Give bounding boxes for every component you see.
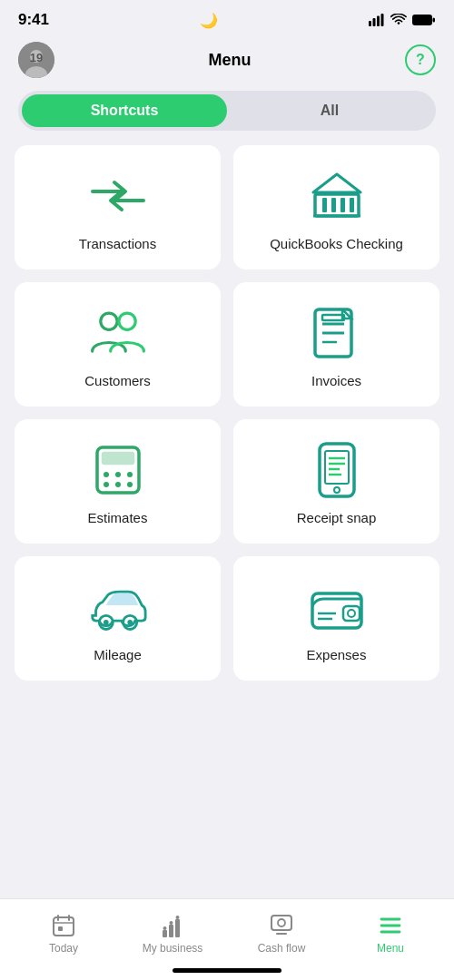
- customers-icon: [89, 304, 147, 362]
- menu-item-invoices[interactable]: Invoices: [233, 282, 439, 407]
- svg-text:19: 19: [30, 51, 43, 64]
- cash-flow-label: Cash flow: [258, 942, 306, 955]
- svg-rect-52: [58, 926, 63, 931]
- menu-item-quickbooks-checking[interactable]: QuickBooks Checking: [233, 145, 439, 270]
- tab-shortcuts[interactable]: Shortcuts: [22, 94, 227, 127]
- status-time: 9:41: [18, 11, 49, 29]
- menu-grid: Transactions QuickBooks Checking: [0, 145, 454, 681]
- today-icon: [52, 914, 75, 937]
- nav-item-cash-flow[interactable]: Cash flow: [227, 914, 336, 955]
- svg-rect-33: [325, 451, 349, 484]
- svg-point-17: [100, 313, 116, 329]
- nav-item-my-business[interactable]: My business: [118, 914, 227, 955]
- svg-rect-25: [103, 453, 133, 464]
- cash-flow-icon: [270, 914, 293, 937]
- wifi-icon: [390, 14, 407, 26]
- estimates-label: Estimates: [88, 510, 148, 525]
- menu-item-expenses[interactable]: Expenses: [233, 556, 439, 681]
- expenses-label: Expenses: [307, 647, 367, 662]
- transactions-icon: [89, 167, 147, 225]
- svg-point-58: [176, 916, 180, 919]
- quickbooks-checking-label: QuickBooks Checking: [270, 236, 403, 251]
- tab-all[interactable]: All: [227, 94, 432, 127]
- svg-rect-48: [54, 917, 74, 936]
- svg-rect-13: [340, 198, 345, 212]
- status-moon: 🌙: [200, 12, 218, 29]
- menu-icon: [379, 914, 402, 937]
- nav-item-menu[interactable]: Menu: [336, 914, 445, 955]
- svg-point-56: [163, 926, 167, 930]
- receipt-snap-label: Receipt snap: [297, 510, 377, 525]
- tab-bar: Shortcuts All: [18, 91, 436, 131]
- invoices-icon: [308, 304, 366, 362]
- svg-point-29: [104, 482, 109, 487]
- header-title: Menu: [209, 51, 252, 70]
- svg-point-27: [115, 472, 121, 477]
- svg-rect-12: [331, 198, 336, 212]
- svg-point-40: [104, 620, 109, 625]
- svg-rect-5: [433, 18, 436, 23]
- svg-point-18: [118, 313, 134, 329]
- today-label: Today: [49, 942, 78, 955]
- my-business-label: My business: [143, 942, 203, 955]
- mileage-icon: [89, 578, 147, 636]
- estimates-icon: [89, 441, 147, 499]
- customers-label: Customers: [84, 373, 151, 388]
- svg-rect-22: [322, 315, 344, 320]
- nav-item-today[interactable]: Today: [9, 914, 118, 955]
- svg-rect-4: [412, 15, 432, 25]
- quickbooks-checking-icon: [308, 167, 366, 225]
- svg-point-45: [348, 610, 355, 617]
- svg-point-38: [334, 487, 340, 493]
- menu-item-mileage[interactable]: Mileage: [15, 556, 221, 681]
- mileage-label: Mileage: [94, 647, 142, 662]
- svg-point-42: [127, 620, 133, 625]
- svg-point-30: [115, 482, 121, 487]
- expenses-icon: [308, 578, 366, 636]
- menu-label: Menu: [377, 942, 404, 955]
- status-bar: 9:41 🌙: [0, 0, 454, 36]
- svg-rect-53: [163, 930, 167, 937]
- transactions-label: Transactions: [79, 236, 156, 251]
- svg-rect-54: [169, 925, 173, 937]
- svg-point-57: [170, 921, 173, 925]
- menu-item-estimates[interactable]: Estimates: [15, 419, 221, 544]
- svg-point-28: [127, 472, 133, 477]
- svg-point-26: [104, 472, 109, 477]
- menu-item-receipt-snap[interactable]: Receipt snap: [233, 419, 439, 544]
- svg-rect-11: [322, 198, 327, 212]
- help-icon: ?: [416, 52, 425, 68]
- svg-rect-59: [271, 916, 291, 930]
- svg-rect-44: [343, 606, 360, 621]
- my-business-icon: [161, 914, 184, 937]
- signal-icon: [369, 14, 385, 26]
- svg-rect-55: [175, 919, 180, 937]
- menu-item-customers[interactable]: Customers: [15, 282, 221, 407]
- header: 19 Menu ?: [0, 36, 454, 91]
- invoices-label: Invoices: [311, 373, 361, 388]
- avatar[interactable]: 19: [18, 42, 54, 78]
- svg-point-31: [127, 482, 133, 487]
- svg-rect-0: [369, 21, 371, 26]
- menu-item-transactions[interactable]: Transactions: [15, 145, 221, 270]
- svg-rect-14: [350, 198, 354, 212]
- svg-marker-15: [313, 174, 360, 192]
- svg-rect-3: [381, 14, 384, 26]
- home-indicator: [173, 968, 281, 973]
- help-button[interactable]: ?: [405, 44, 436, 75]
- svg-rect-2: [377, 16, 380, 27]
- status-icons: [369, 14, 436, 26]
- battery-icon: [412, 14, 436, 26]
- svg-rect-1: [373, 18, 376, 26]
- svg-point-60: [278, 919, 285, 926]
- receipt-snap-icon: [308, 441, 366, 499]
